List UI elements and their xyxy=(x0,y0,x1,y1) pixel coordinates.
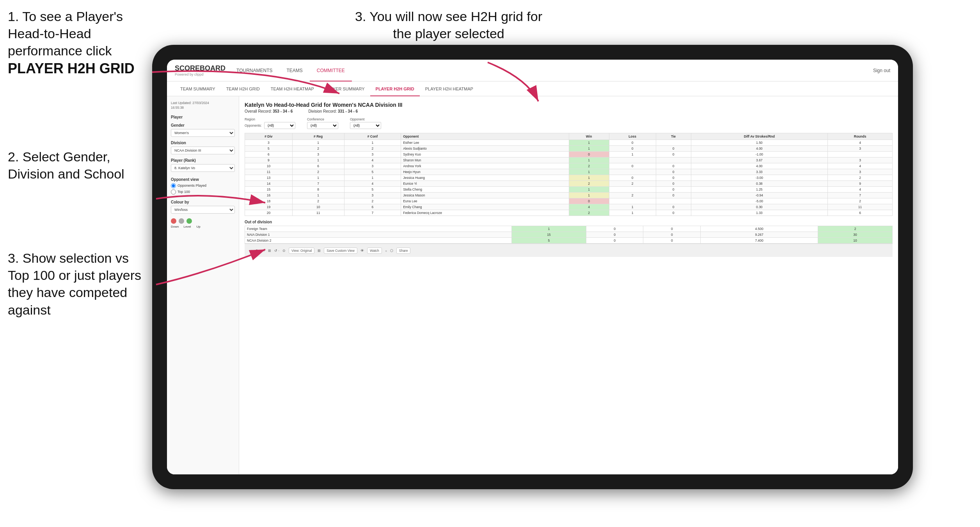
table-cell: 3.67 xyxy=(691,157,828,163)
table-cell xyxy=(656,157,691,163)
table-cell: 15 xyxy=(245,187,293,193)
table-cell: 1 xyxy=(292,175,344,181)
division-select[interactable]: NCAA Division III xyxy=(171,147,235,154)
table-cell: 13 xyxy=(245,175,293,181)
table-cell: 10 xyxy=(245,163,293,169)
table-cell: 1 xyxy=(569,175,609,181)
table-cell xyxy=(828,152,893,157)
table-cell: 0 xyxy=(586,238,643,244)
table-cell: 2 xyxy=(569,210,609,216)
sidebar-player-section: Player xyxy=(171,115,235,119)
table-cell xyxy=(609,169,656,175)
table-cell: Jessica Huang xyxy=(401,175,569,181)
watch-btn[interactable]: Watch xyxy=(367,248,382,254)
nav-teams[interactable]: TEAMS xyxy=(279,60,309,81)
grid-records: Overall Record: 353 - 34 - 6 Division Re… xyxy=(245,109,893,113)
col-opponent: Opponent xyxy=(401,133,569,140)
table-cell: 4 xyxy=(344,181,401,187)
subnav-team-h2h[interactable]: TEAM H2H GRID xyxy=(221,81,265,96)
opponent-filter-select[interactable]: (All) xyxy=(350,122,381,129)
table-cell xyxy=(656,198,691,204)
subnav-player-heatmap[interactable]: PLAYER H2H HEATMAP xyxy=(420,81,479,96)
table-cell: 9 xyxy=(245,157,293,163)
radio-opponents-played[interactable]: Opponents Played xyxy=(171,183,235,188)
sidebar-gender-section: Gender Women's xyxy=(171,123,235,137)
sub-nav: TEAM SUMMARY TEAM H2H GRID TEAM H2H HEAT… xyxy=(167,81,898,96)
table-cell: 2 xyxy=(828,175,893,181)
col-conf: # Conf xyxy=(344,133,401,140)
table-cell: 2 xyxy=(828,198,893,204)
subnav-team-heatmap[interactable]: TEAM H2H HEATMAP xyxy=(265,81,320,96)
table-cell xyxy=(609,187,656,193)
col-win: Win xyxy=(569,133,609,140)
table-cell: 1 xyxy=(511,226,586,232)
table-cell: 0 xyxy=(656,210,691,216)
table-cell: 0 xyxy=(656,146,691,152)
out-division-table: Foreign Team 1 0 0 4.500 2 NAIA Division… xyxy=(245,226,893,244)
table-cell: 0 xyxy=(609,163,656,169)
main-data-table: # Div # Reg # Conf Opponent Win Loss Tie… xyxy=(245,133,893,216)
filter-conference: Conference (All) xyxy=(307,117,338,129)
colour-dots xyxy=(171,218,235,224)
table-cell: 2 xyxy=(292,146,344,152)
table-cell: 0 xyxy=(643,226,701,232)
table-cell: Emily Chang xyxy=(401,204,569,210)
table-cell: 4.00 xyxy=(691,163,828,169)
table-cell: 1 xyxy=(344,140,401,146)
table-cell: 4 xyxy=(828,140,893,146)
table-cell: 3 xyxy=(292,152,344,157)
app-logo: SCOREBOARD Powered by clippd xyxy=(175,64,225,76)
table-cell: 1 xyxy=(569,140,609,146)
subnav-player-h2h[interactable]: PLAYER H2H GRID xyxy=(370,81,420,96)
gender-select[interactable]: Women's xyxy=(171,129,235,137)
table-cell: 2 xyxy=(569,181,609,187)
table-cell: 3 xyxy=(344,163,401,169)
region-filter-select[interactable]: (All) xyxy=(264,122,295,129)
table-cell: 8 xyxy=(292,187,344,193)
table-cell: Heejo Hyun xyxy=(401,169,569,175)
save-custom-btn[interactable]: Save Custom View xyxy=(324,248,357,254)
dot-down xyxy=(171,218,176,224)
subnav-team-summary[interactable]: TEAM SUMMARY xyxy=(175,81,221,96)
nav-tournaments[interactable]: TOURNAMENTS xyxy=(229,60,279,81)
table-cell: 7 xyxy=(292,181,344,187)
subnav-player-summary[interactable]: PLAYER SUMMARY xyxy=(320,81,370,96)
share-btn[interactable]: Share xyxy=(396,248,411,254)
radio-top-100[interactable]: Top 100 xyxy=(171,189,235,195)
table-cell: 1.25 xyxy=(691,187,828,193)
dot-up xyxy=(186,218,192,224)
dot-level xyxy=(179,218,184,224)
table-cell: Sydney Kuo xyxy=(401,152,569,157)
table-cell: 0 xyxy=(609,175,656,181)
table-cell: -3.00 xyxy=(691,175,828,181)
table-cell: 0.30 xyxy=(691,204,828,210)
table-cell: 20 xyxy=(245,210,293,216)
table-cell: 4 xyxy=(344,157,401,163)
colour-select[interactable]: Win/loss xyxy=(171,206,235,214)
col-diff: Diff Av Strokes/Rnd xyxy=(691,133,828,140)
conference-filter-select[interactable]: (All) xyxy=(307,122,338,129)
nav-committee[interactable]: COMMITTEE xyxy=(310,60,352,81)
table-cell: 1 xyxy=(292,193,344,198)
table-cell: Alexis Sudjianto xyxy=(401,146,569,152)
table-cell: 2 xyxy=(292,169,344,175)
table-cell: 2 xyxy=(609,181,656,187)
col-div: # Div xyxy=(245,133,293,140)
sidebar-player-rank-section: Player (Rank) 8. Katelyn Vo xyxy=(171,158,235,172)
table-cell: 18 xyxy=(245,198,293,204)
colour-legend: Down Level Up xyxy=(171,218,235,228)
table-cell: Foreign Team xyxy=(245,226,512,232)
table-cell: 3 xyxy=(245,140,293,146)
nav-sign-out[interactable]: Sign out xyxy=(873,68,890,73)
table-cell: 1 xyxy=(569,157,609,163)
table-cell: 7.400 xyxy=(701,238,818,244)
table-cell: 0 xyxy=(609,140,656,146)
table-cell: 9 xyxy=(828,181,893,187)
grid-title: Katelyn Vo Head-to-Head Grid for Women's… xyxy=(245,102,893,108)
player-rank-select[interactable]: 8. Katelyn Vo xyxy=(171,164,235,172)
table-cell: Federica Domecq Lacroze xyxy=(401,210,569,216)
table-cell: 5 xyxy=(245,146,293,152)
view-original-btn[interactable]: View: Original xyxy=(289,248,314,254)
table-cell: 2 xyxy=(292,198,344,204)
table-cell: 1 xyxy=(292,140,344,146)
